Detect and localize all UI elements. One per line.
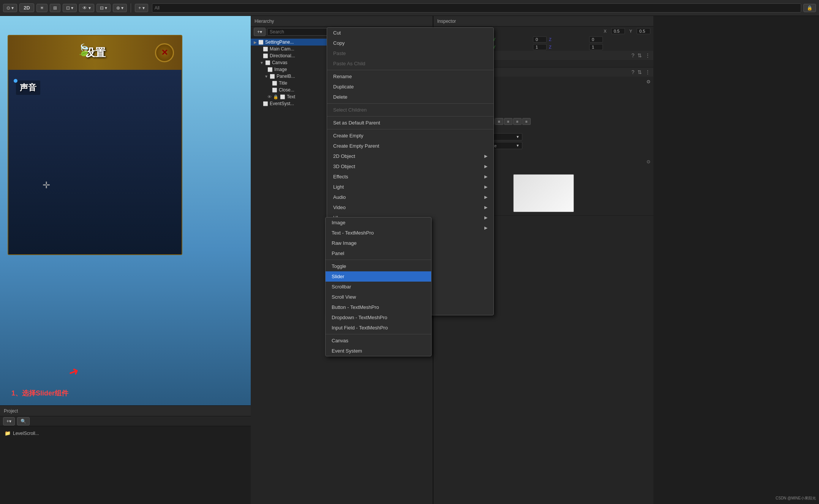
panel-content: 声音 ✛ — [8, 70, 182, 254]
ctx-create-empty[interactable]: Create Empty — [327, 131, 493, 141]
ctx-duplicate[interactable]: Duplicate — [327, 82, 493, 92]
pos-z-val[interactable]: 0 — [589, 36, 603, 43]
settings-icon[interactable]: ⇅ — [637, 69, 642, 75]
top-toolbar: ⊙ ▾ 2D ☀ ⊞ ⊡ ▾ 👁 ▾ ⊟ ▾ ⊕ ▾ + ▾ 🔒 — [0, 0, 819, 16]
help-icon[interactable]: ? — [631, 52, 634, 58]
separator — [326, 260, 431, 260]
ctx-slider[interactable]: Slider — [326, 271, 431, 282]
scale-y-label: Y — [493, 45, 531, 49]
pivot-y-val[interactable]: 0.5 — [637, 28, 650, 34]
cube-icon: ⬜ — [280, 94, 285, 99]
ctx-text-tmp[interactable]: Text - TextMeshPro — [326, 228, 431, 238]
pivot-x-val[interactable]: 0.5 — [611, 28, 625, 34]
scale-z-val[interactable]: 1 — [589, 44, 603, 50]
ctx-button-tmp[interactable]: Button - TextMeshPro — [326, 302, 431, 312]
annotation-text: 1、选择Slider组件 — [11, 389, 68, 398]
align-top-btn[interactable]: ≡ — [513, 118, 522, 125]
more-icon[interactable]: ⋮ — [645, 69, 650, 75]
crosshair: ✛ — [43, 180, 50, 191]
ctx-light[interactable]: Light ▶ — [327, 182, 493, 192]
ctx-default-parent[interactable]: Set as Default Parent — [327, 118, 493, 128]
grid-btn[interactable]: ⊕ ▾ — [113, 4, 127, 12]
panel-close-btn[interactable]: ✕ — [155, 43, 174, 62]
cube-icon: ⬜ — [258, 40, 264, 45]
project-search-btn[interactable]: 🔍 — [17, 417, 30, 425]
ctx-canvas[interactable]: Canvas — [326, 335, 431, 346]
ctx-panel[interactable]: Panel — [326, 248, 431, 258]
ctx-raw-image[interactable]: Raw Image — [326, 238, 431, 248]
light-btn[interactable]: ☀ — [36, 4, 47, 12]
leaf-decoration: 🍃 — [77, 43, 91, 57]
pos-y-label: Y — [493, 37, 531, 42]
pos-y-val[interactable]: 0 — [533, 36, 547, 43]
arrow-icon: ➜ — [66, 363, 81, 380]
separator — [327, 116, 493, 117]
gizmo-btn[interactable]: 👁 ▾ — [79, 4, 94, 12]
align-bottom-btn[interactable]: ≡ — [522, 118, 531, 125]
vis-icon: 👁 — [267, 94, 272, 99]
watermark: CSDN @MINE小果阳光 — [776, 496, 816, 501]
ctx-image[interactable]: Image — [326, 217, 431, 228]
ctx-toggle[interactable]: Toggle — [326, 261, 431, 271]
scene-canvas[interactable]: 设置 🍃 ✕ 声音 ✛ 1、选择Slider组件 ➜ — [0, 16, 251, 405]
submenu-arrow: ▶ — [484, 215, 487, 220]
hier-item-label: Image — [274, 67, 287, 72]
ctx-create-empty-parent[interactable]: Create Empty Parent — [327, 141, 493, 151]
scene-panel: 设置 🍃 ✕ 声音 ✛ — [8, 35, 182, 255]
project-content: 📁 LevelScroll... — [0, 426, 251, 504]
separator — [327, 103, 493, 104]
inspector-title: Inspector — [437, 19, 456, 24]
cube-icon: ⬜ — [272, 88, 277, 93]
2d-toggle-btn[interactable]: 2D — [19, 3, 34, 12]
align-right-btn[interactable]: ≡ — [495, 118, 503, 125]
material-picker-btn[interactable]: ⊙ — [647, 159, 650, 164]
hierarchy-header: Hierarchy — [251, 16, 433, 27]
separator-1 — [131, 3, 131, 13]
ctx-scroll-view[interactable]: Scroll View — [326, 292, 431, 302]
ctx-event-system[interactable]: Event System — [326, 346, 431, 356]
more-icon[interactable]: ⋮ — [645, 52, 650, 58]
y-label: Y — [629, 29, 632, 33]
scene-search-input[interactable] — [152, 3, 801, 13]
dropdown-arrow: ▾ — [517, 143, 519, 148]
ctx-copy[interactable]: Copy — [327, 38, 493, 48]
settings-icon[interactable]: ⇅ — [637, 52, 642, 58]
hier-add-btn[interactable]: +▾ — [254, 28, 266, 36]
arrow-icon: ▼ — [260, 61, 264, 65]
hier-item-label: Close... — [279, 87, 294, 93]
submenu-arrow: ▶ — [484, 225, 487, 230]
ctx-input-tmp[interactable]: Input Field - TextMeshPro — [326, 323, 431, 333]
audio-btn[interactable]: ⊞ — [50, 4, 60, 12]
transform-btn[interactable]: ⊙ ▾ — [3, 4, 17, 12]
ctx-cut[interactable]: Cut — [327, 28, 493, 38]
cube-icon: ⬜ — [263, 101, 268, 106]
arrow-icon: ▶ — [254, 40, 257, 44]
fx-btn[interactable]: ⊡ ▾ — [63, 4, 77, 12]
hier-item-label: Text — [287, 94, 295, 99]
ctx-3d-object[interactable]: 3D Object ▶ — [327, 161, 493, 172]
cube-icon: ⬜ — [272, 81, 277, 86]
ctx-audio[interactable]: Audio ▶ — [327, 192, 493, 202]
submenu-arrow: ▶ — [484, 164, 487, 169]
ctx-dropdown-tmp[interactable]: Dropdown - TextMeshPro — [326, 312, 431, 323]
add-btn[interactable]: + ▾ — [135, 4, 148, 12]
submenu-arrow: ▶ — [484, 205, 487, 210]
align-justify-btn[interactable]: ≡ — [504, 118, 512, 125]
view-btn[interactable]: ⊟ ▾ — [96, 4, 111, 12]
font-picker-btn[interactable]: ⊙ — [647, 79, 650, 84]
separator — [327, 129, 493, 129]
ctx-rename[interactable]: Rename — [327, 71, 493, 82]
ctx-video[interactable]: Video ▶ — [327, 202, 493, 213]
hier-item-label: Directional... — [270, 53, 295, 58]
scale-y-val[interactable]: 1 — [533, 44, 547, 50]
ctx-effects[interactable]: Effects ▶ — [327, 172, 493, 182]
lock-btn[interactable]: 🔒 — [803, 4, 816, 12]
hier-item-label: EventSyst... — [270, 101, 294, 106]
help-icon[interactable]: ? — [631, 69, 634, 75]
ctx-delete[interactable]: Delete — [327, 92, 493, 102]
ctx-2d-object[interactable]: 2D Object ▶ — [327, 151, 493, 161]
submenu-arrow: ▶ — [484, 174, 487, 179]
project-folder-item[interactable]: 📁 LevelScroll... — [3, 429, 248, 437]
project-add-btn[interactable]: +▾ — [3, 417, 15, 425]
ctx-scrollbar[interactable]: Scrollbar — [326, 282, 431, 292]
